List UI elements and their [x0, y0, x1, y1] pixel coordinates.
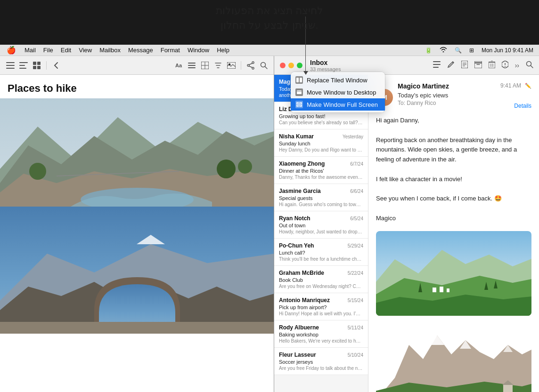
datetime: Mon Jun 10 9:41 AM	[480, 47, 535, 54]
inbox-info: Inbox 33 messages	[310, 59, 341, 72]
menu-view[interactable]: View	[75, 47, 96, 54]
list-item[interactable]: Fleur Lasseur 5/10/24 Soccer jerseys Are…	[274, 348, 368, 375]
context-replace-label: Replace Tiled Window	[307, 77, 368, 84]
menu-mailbox[interactable]: Mailbox	[96, 47, 124, 54]
list-item[interactable]: Xiaomeng Zhong 6/7/24 Dinner at the Rico…	[274, 157, 368, 184]
compose-icon[interactable]	[447, 61, 455, 70]
svg-rect-49	[489, 62, 495, 68]
svg-rect-3	[19, 62, 28, 63]
context-fullscreen[interactable]: Make Window Full Screen	[291, 98, 385, 111]
list-item[interactable]: Rody Albuerne 5/11/24 Baking workshop He…	[274, 320, 368, 348]
control-center-icon[interactable]: ⊞	[467, 47, 476, 54]
list-icon[interactable]	[187, 61, 196, 70]
list-item[interactable]: Nisha Kumar Yesterday Sunday lunch Hey D…	[274, 129, 368, 157]
details-link[interactable]: Details	[514, 103, 531, 109]
replace-tiled-icon	[295, 76, 303, 84]
msg-sender: Nisha Kumar	[279, 133, 314, 140]
junk-icon[interactable]	[502, 61, 508, 70]
menu-mail[interactable]: Mail	[21, 47, 40, 54]
msg-date: 5/11/24	[348, 325, 363, 330]
svg-rect-78	[300, 78, 302, 82]
font-icon[interactable]: Aa	[174, 61, 183, 70]
grid-view-icon[interactable]	[32, 61, 41, 70]
svg-rect-40	[433, 64, 441, 65]
msg-preview: Hey Danny, Do you and Rigo want to come …	[279, 147, 363, 152]
sort-icon[interactable]	[213, 61, 223, 70]
email-sender-row: M Magico Martinez 9:41 AM ✏️ Today's epi…	[376, 82, 531, 112]
edit-pencil-icon: ✏️	[525, 83, 531, 89]
search-menubar-icon[interactable]: 🔍	[453, 47, 464, 54]
left-toolbar: Aa	[0, 56, 274, 75]
apple-menu[interactable]: 🍎	[4, 46, 21, 55]
sidebar-toggle-icon[interactable]	[6, 61, 15, 70]
msg-date: 5/22/24	[348, 271, 363, 276]
svg-rect-39	[433, 61, 441, 62]
msg-preview: Think you'll be free for a lunchtime cha…	[279, 256, 363, 262]
battery-icon: 🔋	[423, 47, 434, 54]
menu-help[interactable]: Help	[213, 47, 233, 54]
message-list: Magico Martinez Today's epic views anoth…	[274, 75, 368, 392]
svg-rect-79	[297, 90, 302, 94]
fullscreen-button[interactable]	[297, 63, 302, 68]
msg-subject: Special guests	[279, 195, 363, 201]
svg-line-58	[531, 66, 533, 68]
search-left-icon[interactable]	[259, 61, 269, 70]
msg-sender: Antonio Manriquez	[279, 297, 330, 304]
email-sender-name: Magico Martinez	[398, 82, 449, 90]
svg-point-20	[247, 64, 249, 66]
msg-subject: Soccer jerseys	[279, 359, 363, 365]
list-item[interactable]: Antonio Manriquez 5/15/24 Pick up from a…	[274, 293, 368, 320]
list-style-icon[interactable]	[433, 61, 441, 69]
email-time: 9:41 AM	[500, 82, 521, 89]
msg-subject: Pick up from airport?	[279, 304, 363, 310]
svg-rect-75	[503, 385, 513, 392]
close-button[interactable]	[280, 63, 286, 68]
search-mail-icon[interactable]	[526, 61, 533, 70]
inbox-title: Inbox	[310, 59, 341, 66]
list-item[interactable]: Ryan Notch 6/5/24 Out of town Howdy, nei…	[274, 211, 368, 239]
svg-marker-71	[430, 336, 444, 345]
context-replace-tiled[interactable]: Replace Tiled Window	[291, 74, 385, 86]
share-icon[interactable]	[246, 61, 255, 70]
menu-format[interactable]: Format	[157, 47, 184, 54]
trash-icon[interactable]	[489, 61, 495, 70]
msg-sender: Rody Albuerne	[279, 324, 319, 331]
msg-sender: Xiaomeng Zhong	[279, 160, 325, 167]
menu-file[interactable]: File	[40, 47, 57, 54]
list-item[interactable]: Graham McBride 5/22/24 Book Club Are you…	[274, 266, 368, 293]
menu-window[interactable]: Window	[184, 47, 213, 54]
list-item[interactable]: Jasmine Garcia 6/6/24 Special guests Hi …	[274, 184, 368, 211]
msg-subject: Book Club	[279, 277, 363, 283]
list-item[interactable]: Po-Chun Yeh 5/29/24 Lunch call? Think yo…	[274, 239, 368, 266]
archive-icon[interactable]	[474, 61, 482, 70]
msg-sender: Fleur Lasseur	[279, 352, 316, 358]
svg-point-32	[217, 160, 236, 178]
svg-rect-38	[0, 322, 274, 334]
move-desktop-icon	[295, 88, 303, 96]
svg-rect-47	[474, 61, 482, 63]
menu-edit[interactable]: Edit	[57, 47, 75, 54]
msg-subject: Growing up too fast!	[279, 113, 363, 119]
photo-mountain-stream[interactable]	[0, 98, 274, 207]
back-icon[interactable]	[51, 61, 61, 70]
annotation-text: לחיצה תציג את הפעולות שניתן לבצע על החלו…	[216, 4, 323, 33]
note-icon[interactable]	[461, 61, 468, 70]
table-icon[interactable]	[200, 61, 210, 70]
context-fullscreen-label: Make Window Full Screen	[307, 101, 378, 108]
svg-rect-10	[188, 63, 196, 64]
msg-sender: Po-Chun Yeh	[279, 242, 314, 249]
wifi-icon	[438, 47, 449, 54]
svg-rect-0	[6, 62, 15, 63]
msg-sender: Graham McBride	[279, 270, 324, 276]
msg-date: 6/5/24	[350, 216, 363, 221]
mail-tool-icons: ››	[433, 61, 533, 70]
more-icon[interactable]: ››	[515, 62, 519, 69]
menu-message[interactable]: Message	[124, 47, 157, 54]
minimize-button[interactable]	[288, 63, 294, 68]
context-move-desktop[interactable]: Move Window to Desktop	[291, 86, 385, 98]
msg-preview: Are you free Friday to talk about the ne…	[279, 366, 363, 371]
media-icon[interactable]	[227, 61, 236, 70]
photo-rock-arch[interactable]	[0, 207, 274, 334]
list-view-icon[interactable]	[19, 61, 28, 70]
msg-date: 5/29/24	[348, 243, 363, 248]
